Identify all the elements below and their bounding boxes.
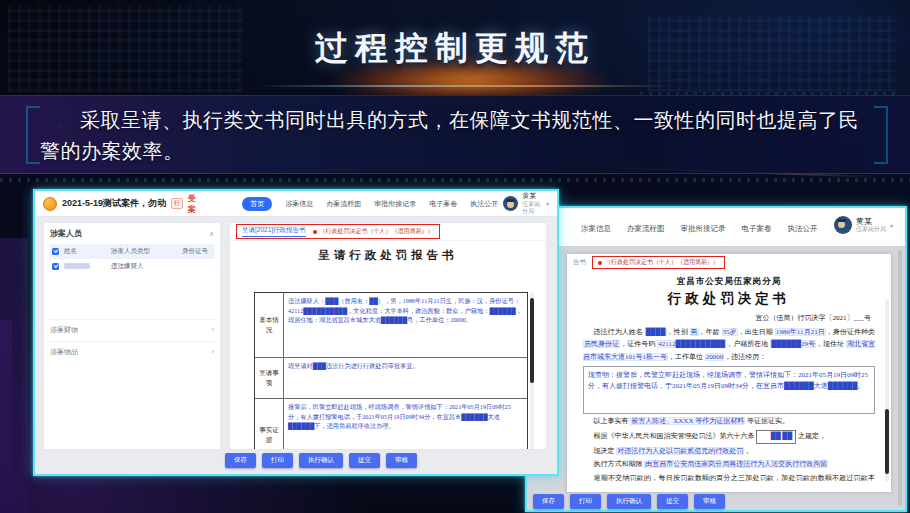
case-type-tag: 行: [171, 198, 183, 209]
doc-inner-scroll-thumb[interactable]: [885, 409, 889, 474]
penalty-doc-content: 宜昌市公安局伍家岗分局 行政处罚决定书 宜公（伍简）行罚决字〔2021〕___号…: [567, 271, 891, 486]
evidence-line: 以上事实有 被害人陈述、XXXX 等作为证据材料 等证据证实。: [583, 416, 875, 428]
police-avatar: [834, 216, 852, 234]
print-button[interactable]: 打印: [570, 494, 601, 509]
facts-textbox[interactable]: 接警后，民警立即赶赴现场，经现场调查，警情详情如下：2021年05月19日09时…: [284, 399, 527, 450]
tab-case-info[interactable]: 涉案信息: [581, 224, 611, 234]
decision-line: 现决定 对违法行为人处以罚款贰佰元的行政处罚 。: [583, 446, 875, 458]
tab-law-enforcement-open[interactable]: 执法公开: [788, 224, 818, 234]
doc-tab-penalty-decision[interactable]: （行政处罚决定书（个人）（适用简易））: [313, 227, 434, 236]
person-info-paragraph: 违法行为人姓名 ████，性别 男，年龄 35岁，出生日期 1986年11月21…: [583, 326, 875, 363]
window-penalty-decision: 涉案信息 办案流程图 审批衔接记录 电子案卷 执法公开 黄某 伍家岗分局 ▾ 告…: [525, 206, 907, 512]
tab-process-diagram[interactable]: 办案流程图: [326, 199, 361, 209]
right-doc-buttons: 保存 打印 执行确认 提交 审核: [533, 494, 725, 509]
doc-tab-report[interactable]: 呈请[2021]行政报告书: [242, 226, 306, 237]
chevron-right-icon: ›: [212, 348, 214, 355]
left-doc-tabbar: 呈请[2021]行政报告书 （行政处罚决定书（个人）（适用简易））: [230, 223, 546, 241]
report-row-basic: 基本情况 违法嫌疑人：███（曾用名：██），男，1986年11月21日生，民族…: [255, 293, 527, 358]
building-silhouette-1: [0, 238, 28, 513]
chevron-right-icon: ›: [212, 326, 214, 333]
case-coin-icon: [43, 197, 57, 211]
tab-home[interactable]: 首页: [242, 197, 272, 211]
report-row-request: 呈请事项 现呈请对███违法行为进行行政处罚审批事宜。: [255, 358, 527, 399]
review-button[interactable]: 审核: [694, 494, 725, 509]
police-avatar: [503, 196, 518, 211]
case-title: 2021-5-19测试案件，勿动: [62, 197, 166, 210]
law-input-box[interactable]: ██ ██: [756, 430, 796, 444]
report-table: 基本情况 违法嫌疑人：███（曾用名：██），男，1986年11月21日生，民族…: [254, 292, 528, 450]
tab-approval-records[interactable]: 审批衔接记录: [374, 199, 416, 209]
tab-e-dossier[interactable]: 电子案卷: [742, 224, 772, 234]
report-scroll-thumb[interactable]: [530, 298, 534, 383]
doc-tab-penalty-decision[interactable]: （行政处罚决定书（个人）（适用简易））: [598, 258, 719, 267]
tab-law-enforcement-open[interactable]: 执法公开: [470, 199, 498, 209]
collapse-up-icon[interactable]: ∧: [209, 230, 214, 238]
doc-inner-scrollbar[interactable]: [885, 299, 889, 482]
law-line: 根据《中华人民共和国治安管理处罚法》第六十六条 ██ ██ 之规定，: [583, 430, 875, 444]
execute-confirm-button[interactable]: 执行确认: [607, 494, 651, 509]
user-org: 伍家岗分局: [522, 201, 542, 215]
save-button[interactable]: 保存: [533, 494, 564, 509]
slide-title: 过程控制更规范: [0, 26, 910, 71]
right-window-header: 涉案信息 办案流程图 审批衔接记录 电子案卷 执法公开 黄某 伍家岗分局 ▾: [527, 208, 905, 247]
penalty-note-line: 逾期不交纳罚款的，每日按罚款数额的百分之三加处罚款，加处罚款的数额不超过罚款本数…: [583, 473, 875, 486]
tab-e-dossier[interactable]: 电子案卷: [429, 199, 457, 209]
slide-body-text: 采取呈请、执行类文书同时出具的方式，在保障文书规范性、一致性的同时也提高了民警的…: [40, 105, 876, 167]
persons-table: 姓名 涉案人员类型 身份证号 违法嫌疑人: [49, 244, 215, 274]
light-streak-title: [255, 85, 675, 87]
report-title: 呈请行政处罚报告书: [230, 248, 546, 263]
slide-canvas: ➜ ⟲ 过程控制更规范 采取呈请、执行类文书同时出具的方式，在保障文书规范性、一…: [0, 0, 910, 513]
building-silhouette-2: [0, 320, 12, 513]
sidebar-section-items[interactable]: 涉案物品 ›: [50, 341, 214, 361]
case-status-badge: 受案: [188, 193, 201, 215]
band-bracket-left: [26, 106, 40, 164]
persons-section-title: 涉案人员: [50, 228, 82, 239]
submit-button[interactable]: 提交: [349, 453, 380, 468]
tab-process-diagram[interactable]: 办案流程图: [627, 224, 665, 234]
report-row-facts: 事实证据 接警后，民警立即赶赴现场，经现场调查，警情详情如下：2021年05月1…: [255, 399, 527, 450]
left-user-menu[interactable]: 黄某 伍家岗分局 ▾: [503, 192, 549, 215]
doc-title: 行政处罚决定书: [567, 290, 891, 308]
red-callout-box: （行政处罚决定书（个人）（适用简易））: [592, 256, 725, 269]
sidebar-section-property[interactable]: 涉案财物 ›: [50, 319, 214, 339]
submit-button[interactable]: 提交: [657, 494, 688, 509]
penalty-decision-page: 告书 （行政处罚决定书（个人）（适用简易）） 宜昌市公安局伍家岗分局 行政处罚决…: [567, 254, 891, 492]
persons-table-header: 姓名 涉案人员类型 身份证号: [49, 244, 215, 259]
right-window-body: 告书 （行政处罚决定书（个人）（适用简易）） 宜昌市公安局伍家岗分局 行政处罚决…: [527, 246, 905, 510]
window-penalty-report: 2021-5-19测试案件，勿动 行 受案 首页 涉案信息 办案流程图 审批衔接…: [33, 189, 559, 476]
person-type: 违法嫌疑人: [111, 262, 177, 271]
execution-line: 执行方式和期限 由宜昌市公安局伍家岗分局将违法行为人送交执行行政拘留: [583, 459, 875, 471]
request-textbox[interactable]: 现呈请对███违法行为进行行政处罚审批事宜。: [284, 358, 527, 398]
person-row[interactable]: 违法嫌疑人: [49, 259, 215, 274]
tab-approval-records[interactable]: 审批衔接记录: [681, 224, 726, 234]
report-inner-scrollbar[interactable]: [530, 292, 534, 450]
user-name: 黄某: [522, 192, 542, 200]
print-button[interactable]: 打印: [262, 453, 293, 468]
right-outer-scrollbar[interactable]: [898, 250, 902, 506]
red-dot-icon: [598, 261, 602, 265]
report-doc-panel: 呈请[2021]行政报告书 （行政处罚决定书（个人）（适用简易）） 呈请行政处罚…: [229, 222, 547, 450]
left-window-tabs: 首页 涉案信息 办案流程图 审批衔接记录 电子案卷 执法公开: [242, 197, 498, 211]
subtitle-band: 采取呈请、执行类文书同时出具的方式，在保障文书规范性、一致性的同时也提高了民警的…: [0, 95, 910, 174]
right-doc-tabbar: 告书 （行政处罚决定书（个人）（适用简易））: [567, 254, 891, 271]
chevron-down-icon: ▾: [546, 200, 549, 207]
select-all-checkbox[interactable]: [52, 248, 59, 255]
facts-textbox[interactable]: 现查明：接警后，民警立即赶赴现场，经现场调查，警情详情如下：2021年05月19…: [583, 366, 875, 414]
report-doc-page: 呈请行政处罚报告书 基本情况 违法嫌疑人：███（曾用名：██），男，1986年…: [230, 248, 546, 450]
clipped-doc-tab[interactable]: 告书: [573, 258, 586, 267]
row-checkbox[interactable]: [52, 263, 59, 270]
doc-number: 宜公（伍简）行罚决字〔2021〕___号: [567, 313, 871, 323]
left-window-header: 2021-5-19测试案件，勿动 行 受案 首页 涉案信息 办案流程图 审批衔接…: [35, 191, 557, 217]
execute-confirm-button[interactable]: 执行确认: [299, 453, 343, 468]
right-window-tabs: 涉案信息 办案流程图 审批衔接记录 电子案卷 执法公开: [581, 224, 818, 234]
basic-info-textbox[interactable]: 违法嫌疑人：███（曾用名：██），男，1986年11月21日生，民族：汉，身份…: [284, 293, 527, 357]
red-callout-box: 呈请[2021]行政报告书 （行政处罚决定书（个人）（适用简易））: [236, 224, 440, 239]
review-button[interactable]: 审核: [386, 453, 417, 468]
issuing-org: 宜昌市公安局伍家岗分局: [567, 276, 891, 288]
redacted-name: [64, 263, 90, 269]
right-user-menu[interactable]: 黄某 伍家岗分局 ▾: [834, 216, 893, 234]
left-doc-buttons: 保存 打印 执行确认 提交 审核: [225, 453, 417, 468]
save-button[interactable]: 保存: [225, 453, 256, 468]
tab-case-info[interactable]: 涉案信息: [285, 199, 313, 209]
red-dot-icon: [313, 230, 317, 234]
